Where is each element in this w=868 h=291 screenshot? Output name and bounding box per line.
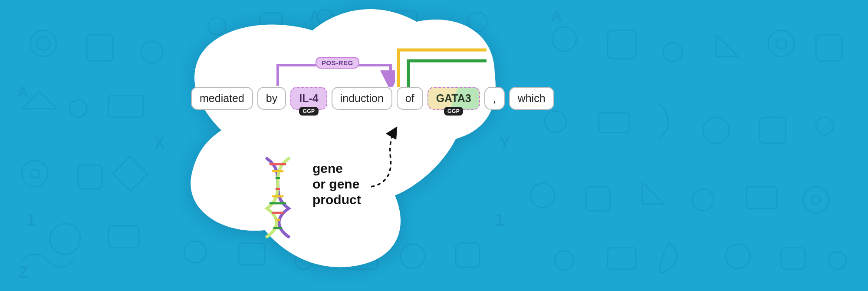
svg-rect-25: [746, 187, 777, 208]
svg-point-7: [30, 169, 39, 178]
svg-text:X: X: [154, 134, 165, 152]
ggp-badge: GGP: [299, 107, 318, 116]
token-entity-gata3: GATA3 GGP: [427, 87, 480, 110]
svg-text:A: A: [551, 7, 562, 24]
token-text: GATA3: [436, 92, 471, 104]
svg-point-32: [829, 252, 846, 269]
svg-rect-16: [816, 35, 842, 61]
svg-point-27: [812, 195, 820, 204]
svg-point-26: [803, 187, 829, 213]
svg-point-6: [22, 161, 48, 187]
svg-point-21: [816, 117, 833, 135]
svg-point-9: [50, 224, 80, 254]
token-comma: ,: [484, 87, 505, 110]
caption-text: gene or gene product: [312, 161, 361, 208]
svg-point-22: [530, 183, 555, 208]
corner-brackets: [389, 41, 489, 89]
svg-point-28: [555, 251, 574, 270]
svg-rect-5: [108, 96, 143, 117]
svg-rect-18: [599, 113, 629, 132]
svg-point-0: [30, 30, 56, 56]
token-row: mediated by IL-4 GGP induction of GATA3 …: [191, 87, 554, 110]
svg-text:A: A: [17, 83, 28, 100]
svg-rect-31: [781, 248, 805, 269]
svg-point-3: [141, 41, 163, 63]
token-induction: induction: [332, 87, 392, 110]
svg-point-24: [692, 189, 714, 211]
ggp-badge: GGP: [444, 107, 463, 116]
svg-point-13: [663, 43, 682, 62]
caption-line: or gene: [312, 176, 361, 192]
token-text: IL-4: [299, 92, 318, 104]
svg-rect-12: [608, 30, 636, 59]
relation-label: POS-REG: [316, 57, 359, 69]
token-which: which: [509, 87, 554, 110]
caption-line: gene: [312, 161, 361, 176]
svg-text:1: 1: [26, 210, 36, 229]
svg-point-4: [69, 100, 87, 117]
svg-point-1: [37, 37, 50, 50]
svg-point-17: [545, 111, 566, 132]
svg-rect-8: [78, 165, 102, 189]
svg-rect-2: [87, 35, 113, 61]
token-of: of: [397, 87, 423, 110]
svg-rect-29: [608, 248, 636, 269]
diagram-content: POS-REG mediated by IL-4 GGP induction o…: [174, 4, 512, 282]
svg-point-30: [726, 244, 750, 268]
token-entity-il4: IL-4 GGP: [290, 87, 327, 110]
pointer-arrow: [367, 126, 410, 191]
svg-point-11: [552, 27, 576, 51]
svg-rect-20: [760, 117, 786, 143]
token-by: by: [257, 87, 286, 110]
svg-rect-10: [108, 226, 139, 248]
svg-point-14: [768, 30, 794, 56]
svg-point-15: [776, 38, 786, 49]
caption-line: product: [312, 192, 361, 208]
token-mediated: mediated: [191, 87, 253, 110]
svg-text:Z: Z: [19, 263, 29, 281]
svg-rect-23: [586, 187, 610, 211]
dna-icon: [254, 152, 302, 239]
svg-point-19: [703, 117, 729, 143]
